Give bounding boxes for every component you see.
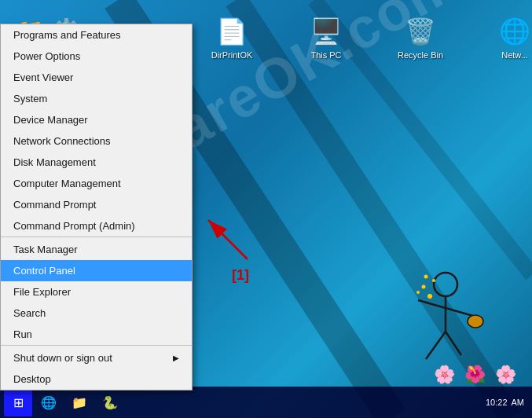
taskbar-python-button[interactable]: 🐍 <box>96 390 124 415</box>
submenu-arrow-icon: ▶ <box>173 354 179 362</box>
network-icon: 🌐 <box>499 16 530 47</box>
recycle-bin-label: Recycle Bin <box>398 50 443 60</box>
annotation-arrow-svg <box>185 204 279 267</box>
taskbar-right: 10:22 AM <box>486 398 528 407</box>
icon-dirprintok[interactable]: 📄 DirPrintOK <box>204 16 259 60</box>
svg-line-11 <box>446 332 461 355</box>
svg-line-7 <box>418 300 446 308</box>
this-pc-label: This PC <box>310 50 341 60</box>
ie-icon: 🌐 <box>41 394 57 410</box>
menu-item-command-prompt-admin[interactable]: Command Prompt (Admin) <box>1 215 192 237</box>
menu-item-device-manager[interactable]: Device Manager <box>1 109 192 130</box>
flower-2: 🌺 <box>464 365 486 385</box>
flower-3: 🌸 <box>495 365 516 385</box>
flower-1: 🌸 <box>434 365 455 385</box>
stickman <box>391 265 485 375</box>
windows-logo-icon: ⊞ <box>13 395 24 410</box>
menu-item-file-explorer[interactable]: File Explorer <box>1 281 192 302</box>
menu-item-command-prompt[interactable]: Command Prompt <box>1 194 192 215</box>
network-label: Netw... <box>501 50 528 60</box>
svg-point-14 <box>432 279 435 282</box>
menu-item-shutdown[interactable]: Shut down or sign out ▶ <box>1 347 192 368</box>
menu-item-event-viewer[interactable]: Event Viewer <box>1 67 192 88</box>
svg-line-10 <box>426 332 446 359</box>
desktop: SoftwareOK.com 📁 ⚙️ Programs and Feature… <box>0 0 532 418</box>
context-menu: Programs and Features Power Options Even… <box>0 24 193 390</box>
svg-point-12 <box>427 294 432 299</box>
dirprintok-label: DirPrintOK <box>211 50 253 60</box>
menu-item-control-panel[interactable]: Control Panel <box>1 260 192 281</box>
menu-item-run[interactable]: Run <box>1 324 192 346</box>
svg-point-9 <box>468 315 483 328</box>
icon-recycle-bin[interactable]: 🗑️ Recycle Bin <box>393 16 448 60</box>
taskbar: ⊞ 🌐 📁 🐍 10:22 AM <box>0 387 532 418</box>
flowers-container: 🌸 🌺 🌸 <box>434 365 516 385</box>
taskbar-ie-button[interactable]: 🌐 <box>35 390 63 415</box>
annotation-label: [1] <box>232 267 249 284</box>
menu-item-system[interactable]: System <box>1 88 192 109</box>
svg-line-8 <box>446 308 473 316</box>
desktop-icons-container: 📄 DirPrintOK 🖥️ This PC 🗑️ Recycle Bin 🌐… <box>204 16 532 60</box>
start-button[interactable]: ⊞ <box>4 388 32 416</box>
svg-point-15 <box>416 291 420 294</box>
taskbar-time: 10:22 <box>486 398 508 407</box>
svg-line-4 <box>208 220 248 259</box>
menu-item-search[interactable]: Search <box>1 302 192 324</box>
this-pc-icon: 🖥️ <box>310 16 342 47</box>
folder-taskbar-icon: 📁 <box>72 394 87 410</box>
icon-this-pc[interactable]: 🖥️ This PC <box>299 16 354 60</box>
recycle-bin-icon: 🗑️ <box>405 16 436 47</box>
menu-item-desktop[interactable]: Desktop <box>1 368 192 390</box>
svg-point-5 <box>434 273 457 296</box>
menu-item-disk-management[interactable]: Disk Management <box>1 152 192 173</box>
taskbar-ampm: AM <box>512 398 525 407</box>
icon-network[interactable]: 🌐 Netw... <box>487 16 532 60</box>
svg-point-13 <box>422 285 426 289</box>
menu-item-network-connections[interactable]: Network Connections <box>1 130 192 152</box>
dirprintok-icon: 📄 <box>216 16 248 47</box>
svg-point-16 <box>424 275 428 279</box>
python-icon: 🐍 <box>102 394 118 410</box>
menu-item-task-manager[interactable]: Task Manager <box>1 239 192 260</box>
menu-item-power-options[interactable]: Power Options <box>1 46 192 67</box>
menu-item-computer-management[interactable]: Computer Management <box>1 173 192 194</box>
taskbar-folder-button[interactable]: 📁 <box>65 390 94 415</box>
menu-item-programs-features[interactable]: Programs and Features <box>1 24 192 46</box>
